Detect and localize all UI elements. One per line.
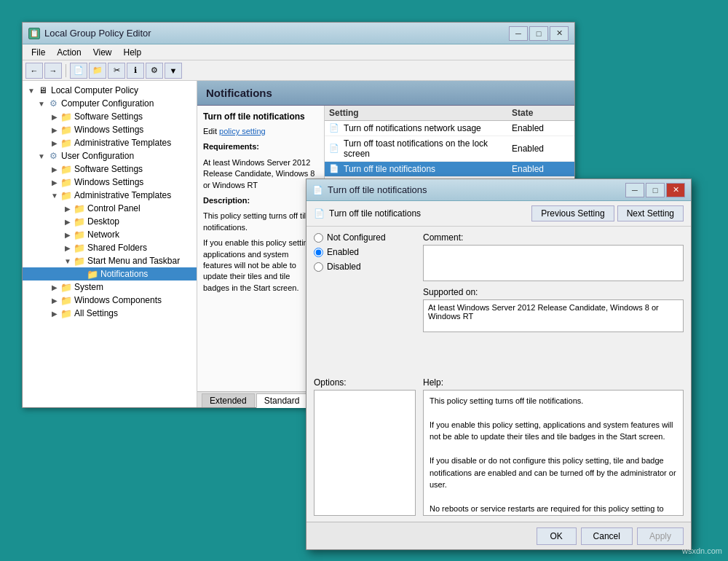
tree-item-shared-folders[interactable]: ▶ 📁 Shared Folders [23, 241, 197, 254]
expand-icon: ▼ [62, 257, 74, 265]
radio-disabled[interactable]: Disabled [314, 262, 416, 272]
close-button[interactable]: ✕ [550, 26, 569, 41]
apply-button[interactable]: Apply [637, 527, 684, 545]
policy-edit-text: Edit policy setting [203, 126, 318, 137]
dialog-icon: 📄 [312, 185, 323, 195]
radio-input-disabled[interactable] [314, 262, 323, 272]
show-extended-button[interactable]: 📁 [89, 63, 106, 79]
main-title-bar: 📋 Local Group Policy Editor ─ □ ✕ [23, 23, 574, 44]
tree-item-windows-settings-1[interactable]: ▶ 📁 Windows Settings [23, 123, 197, 136]
tree-item-desktop[interactable]: ▶ 📁 Desktop [23, 215, 197, 228]
tree-item-admin-templates-1[interactable]: ▶ 📁 Administrative Templates [23, 136, 197, 149]
expand-icon: ▶ [62, 218, 74, 226]
tree-item-system[interactable]: ▶ 📁 System [23, 280, 197, 294]
policy-icon: 📄 [329, 164, 341, 174]
tree-item-computer-config[interactable]: ▼ ⚙ Computer Configuration [23, 97, 197, 110]
maximize-button[interactable]: □ [529, 26, 548, 41]
policy-row-2[interactable]: 📄 Turn off tile notifications Enabled [325, 162, 574, 177]
previous-setting-button[interactable]: Previous Setting [531, 205, 614, 221]
ok-button[interactable]: OK [537, 527, 577, 545]
tree-label: Administrative Templates [74, 190, 171, 200]
computer-icon: 🖥 [37, 85, 49, 95]
minimize-button[interactable]: ─ [509, 26, 528, 41]
next-setting-button[interactable]: Next Setting [617, 205, 684, 221]
tree-label: Start Menu and Taskbar [87, 256, 180, 266]
tree-item-all-settings[interactable]: ▶ 📁 All Settings [23, 307, 197, 320]
radio-input-not-configured[interactable] [314, 233, 323, 243]
info-button[interactable]: ℹ [127, 63, 144, 79]
folder-icon: 📁 [60, 177, 72, 187]
folder-icon: 📁 [60, 190, 72, 200]
radio-label-enabled: Enabled [327, 247, 359, 257]
policy-icon: 📄 [329, 123, 341, 133]
tree-label: Windows Settings [74, 125, 143, 135]
settings-button[interactable]: ⚙ [146, 63, 163, 79]
options-label: Options: [314, 377, 416, 388]
tree-item-software-settings-1[interactable]: ▶ 📁 Software Settings [23, 110, 197, 123]
back-button[interactable]: ← [25, 63, 43, 79]
dialog-right: Comment: Supported on: At least Windows … [423, 232, 684, 372]
expand-icon: ▼ [36, 100, 47, 108]
menu-view[interactable]: View [87, 46, 118, 59]
folder-icon: 📁 [74, 230, 85, 240]
sub-title-text: Turn off tile notifications [329, 208, 421, 219]
supported-section: Supported on: At least Windows Server 20… [423, 287, 684, 332]
watermark: wsxdn.com [682, 546, 722, 555]
tree-item-notifications[interactable]: 📁 Notifications [23, 267, 197, 280]
forward-button[interactable]: → [44, 63, 62, 79]
filter-button[interactable]: ▼ [165, 63, 182, 79]
tab-standard[interactable]: Standard [256, 393, 308, 408]
cut-button[interactable]: ✂ [108, 63, 125, 79]
menu-action[interactable]: Action [51, 46, 87, 59]
radio-enabled[interactable]: Enabled [314, 247, 416, 257]
dialog-maximize-button[interactable]: □ [646, 183, 665, 197]
help-section: Help: This policy setting turns off tile… [423, 377, 684, 517]
tree-label: Notifications [100, 269, 148, 279]
tree-item-admin-templates-2[interactable]: ▼ 📁 Administrative Templates [23, 189, 197, 202]
tree-label: System [74, 282, 103, 292]
tree-item-user-config[interactable]: ▼ ⚙ User Configuration [23, 149, 197, 162]
tree-item-local-computer-policy[interactable]: ▼ 🖥 Local Computer Policy [23, 84, 197, 97]
sub-title-icon: 📄 [314, 208, 325, 219]
dialog-title-bar: 📄 Turn off tile notifications ─ □ ✕ [306, 179, 691, 201]
show-standard-button[interactable]: 📄 [70, 63, 87, 79]
folder-icon: 📁 [87, 269, 98, 279]
policy-row-1[interactable]: 📄 Turn off toast notifications on the lo… [325, 136, 574, 162]
policy-setting-link[interactable]: policy setting [219, 127, 266, 136]
comment-textarea[interactable] [423, 245, 684, 281]
tree-item-software-settings-2[interactable]: ▶ 📁 Software Settings [23, 162, 197, 176]
dialog-close-button[interactable]: ✕ [666, 183, 685, 197]
policy-row-0[interactable]: 📄 Turn off notifications network usage E… [325, 121, 574, 136]
policy-icon: 📄 [329, 144, 341, 154]
tree-label: Windows Components [74, 295, 162, 305]
policy-state: Enabled [512, 123, 570, 133]
tree-item-start-menu[interactable]: ▼ 📁 Start Menu and Taskbar [23, 254, 197, 267]
tree-item-windows-components[interactable]: ▶ 📁 Windows Components [23, 294, 197, 307]
column-setting: Setting [329, 108, 512, 118]
menu-file[interactable]: File [25, 46, 51, 59]
tree-label: Software Settings [74, 111, 143, 122]
dialog-minimize-button[interactable]: ─ [625, 183, 644, 197]
tree-label: Software Settings [74, 164, 143, 174]
tree-panel[interactable]: ▼ 🖥 Local Computer Policy ▼ ⚙ Computer C… [23, 81, 197, 407]
supported-text: At least Windows Server 2012 Release Can… [428, 303, 659, 321]
dialog-sub-title: 📄 Turn off tile notifications [314, 208, 421, 219]
folder-icon: 📁 [74, 203, 85, 213]
tree-label: All Settings [74, 308, 118, 318]
radio-label-disabled: Disabled [327, 262, 361, 272]
help-box: This policy setting turns off tile notif… [423, 390, 684, 517]
tree-item-control-panel[interactable]: ▶ 📁 Control Panel [23, 202, 197, 215]
tab-extended[interactable]: Extended [202, 393, 255, 407]
cancel-button[interactable]: Cancel [581, 527, 633, 545]
folder-icon: 📁 [74, 243, 85, 253]
radio-input-enabled[interactable] [314, 248, 323, 257]
tree-item-windows-settings-2[interactable]: ▶ 📁 Windows Settings [23, 176, 197, 189]
menu-bar: File Action View Help [23, 44, 574, 60]
policy-name: Turn off tile notifications [344, 164, 512, 174]
policy-state: Enabled [512, 144, 570, 154]
expand-icon: ▶ [49, 126, 60, 134]
folder-icon: 📁 [74, 256, 85, 266]
radio-not-configured[interactable]: Not Configured [314, 232, 416, 243]
menu-help[interactable]: Help [118, 46, 148, 59]
tree-item-network[interactable]: ▶ 📁 Network [23, 228, 197, 241]
